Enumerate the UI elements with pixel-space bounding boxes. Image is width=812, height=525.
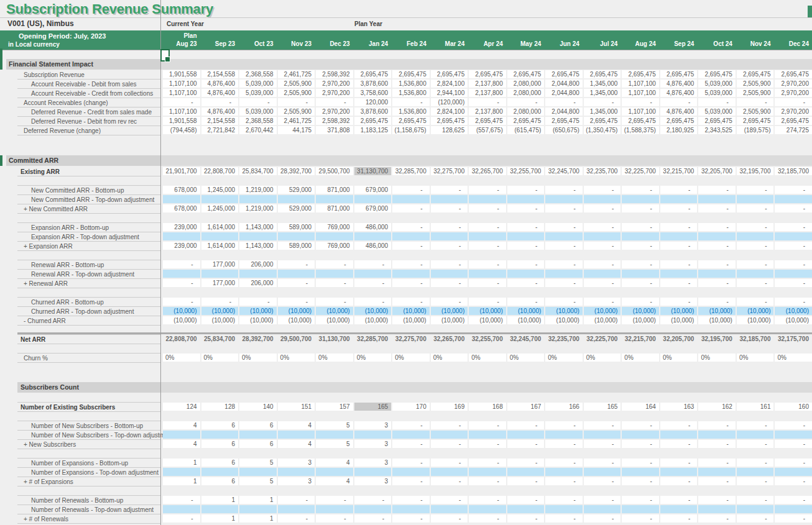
cell[interactable]: -	[622, 514, 659, 523]
cell[interactable]: 1,245,000	[201, 204, 239, 212]
input-cell[interactable]	[201, 468, 239, 476]
cell[interactable]: 2,505,900	[278, 89, 315, 97]
cell[interactable]: 22,808,700	[201, 167, 239, 175]
cell[interactable]: -	[507, 496, 545, 504]
cell[interactable]: -	[737, 279, 774, 287]
cell[interactable]: 3,878,600	[354, 107, 392, 116]
cell[interactable]: 1,345,000	[584, 80, 621, 88]
cell[interactable]: 679,000	[354, 204, 392, 212]
input-cell[interactable]	[239, 505, 277, 513]
cell[interactable]: 32,265,700	[431, 335, 468, 343]
cell[interactable]: -	[469, 514, 506, 523]
cell[interactable]: -	[584, 496, 621, 504]
cell[interactable]: 3	[354, 459, 392, 467]
month-header[interactable]: Sep 23	[201, 40, 239, 48]
cell[interactable]: -	[392, 98, 430, 106]
input-cell[interactable]	[469, 270, 506, 278]
cell[interactable]: -	[507, 223, 545, 231]
cell[interactable]: -	[469, 298, 506, 306]
cell[interactable]: -	[392, 477, 430, 485]
cell[interactable]: (10,000)	[507, 316, 545, 324]
cell[interactable]: -	[431, 242, 468, 250]
input-cell[interactable]	[737, 195, 774, 203]
cell[interactable]: -	[698, 279, 736, 287]
cell[interactable]: 5,039,000	[698, 80, 736, 88]
input-cell[interactable]	[201, 195, 239, 203]
input-cell[interactable]	[660, 270, 698, 278]
input-cell[interactable]	[392, 505, 430, 513]
cell[interactable]: -	[698, 260, 736, 268]
cell[interactable]: -	[775, 242, 812, 250]
month-header[interactable]: Oct 23	[239, 40, 277, 48]
cell[interactable]: 32,265,700	[469, 167, 506, 175]
cell[interactable]: -	[622, 260, 659, 268]
cell[interactable]: -	[775, 204, 812, 212]
cell[interactable]: -	[431, 223, 468, 231]
cell[interactable]: -	[660, 242, 698, 250]
input-cell[interactable]	[507, 195, 545, 203]
cell[interactable]: 2,080,000	[507, 80, 545, 88]
cell[interactable]: 2,180,925	[660, 126, 698, 134]
cell[interactable]: -	[622, 477, 659, 485]
input-cell[interactable]	[622, 431, 659, 439]
cell[interactable]: 4,876,400	[660, 80, 698, 88]
cell[interactable]: 2,505,900	[278, 107, 315, 116]
cell[interactable]: 206,000	[239, 260, 277, 268]
input-cell[interactable]	[698, 270, 736, 278]
input-cell[interactable]: (10,000)	[278, 307, 315, 315]
input-cell[interactable]: (10,000)	[545, 307, 583, 315]
input-cell[interactable]	[622, 468, 659, 476]
cell[interactable]: 165	[354, 403, 392, 411]
cell[interactable]: -	[431, 186, 468, 194]
input-cell[interactable]	[469, 468, 506, 476]
cell[interactable]: -	[316, 279, 353, 287]
cell[interactable]: -	[775, 496, 812, 504]
cell[interactable]: 1,536,800	[392, 89, 430, 97]
cell[interactable]: -	[431, 204, 468, 212]
cell[interactable]: -	[584, 440, 621, 448]
cell[interactable]: 2,505,900	[278, 80, 315, 88]
cell[interactable]: -	[163, 279, 200, 287]
input-cell[interactable]	[660, 468, 698, 476]
cell[interactable]: 165	[584, 403, 621, 411]
cell[interactable]: (1,588,375)	[622, 126, 659, 134]
cell[interactable]: -	[278, 298, 315, 306]
cell[interactable]: -	[392, 459, 430, 467]
cell[interactable]: 2,695,475	[545, 70, 583, 78]
cell[interactable]: 486,000	[354, 223, 392, 231]
cell[interactable]: 22,808,700	[163, 335, 200, 343]
input-cell[interactable]	[545, 468, 583, 476]
input-cell[interactable]	[545, 270, 583, 278]
cell[interactable]: 120,000	[354, 98, 392, 106]
cell[interactable]: -	[622, 186, 659, 194]
input-cell[interactable]	[201, 505, 239, 513]
cell[interactable]: -	[584, 477, 621, 485]
cell[interactable]: -	[507, 204, 545, 212]
cell[interactable]: 140	[239, 403, 277, 411]
input-cell[interactable]	[698, 468, 736, 476]
cell[interactable]: -	[737, 496, 774, 504]
cell[interactable]: -	[545, 298, 583, 306]
cell[interactable]: 2,044,800	[545, 107, 583, 116]
cell[interactable]: 1,107,100	[163, 89, 200, 97]
cell[interactable]: 6	[239, 421, 277, 429]
cell[interactable]: -	[660, 98, 698, 106]
cell[interactable]: -	[469, 223, 506, 231]
cell[interactable]: -	[737, 514, 774, 523]
cell[interactable]: -	[775, 440, 812, 448]
cell[interactable]: 2,695,475	[507, 70, 545, 78]
cell[interactable]: -	[201, 298, 239, 306]
cell[interactable]: -	[469, 421, 506, 429]
input-cell[interactable]: (10,000)	[239, 307, 277, 315]
cell[interactable]: 32,275,700	[392, 335, 430, 343]
cell[interactable]: (10,000)	[737, 316, 774, 324]
cell[interactable]: -	[622, 298, 659, 306]
cell[interactable]: -	[469, 260, 506, 268]
cell[interactable]: -	[622, 496, 659, 504]
cell[interactable]: 28,392,700	[239, 335, 277, 343]
cell[interactable]: -	[584, 204, 621, 212]
cell[interactable]: 3	[354, 440, 392, 448]
cell[interactable]: 0%	[775, 354, 812, 362]
input-cell[interactable]	[622, 195, 659, 203]
month-header[interactable]: Dec 24	[775, 40, 812, 48]
